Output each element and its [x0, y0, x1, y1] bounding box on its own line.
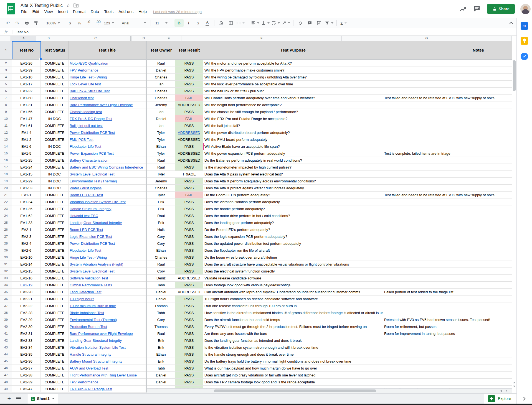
column-header-C[interactable]: C [61, 36, 130, 41]
cell-F12[interactable]: Will the power distribution board perfor… [203, 129, 383, 136]
cell-D8[interactable]: Jeremy [147, 101, 175, 108]
cell-B46[interactable]: COMPLETE [41, 365, 69, 372]
cell-G8[interactable] [383, 101, 512, 108]
cell-D25[interactable]: Erik [147, 219, 175, 226]
cell-G37[interactable] [383, 302, 512, 309]
cell-B24[interactable]: COMPLETE [41, 212, 69, 219]
cell-E5[interactable]: PASS [175, 81, 203, 88]
row-header-29[interactable]: 29 [0, 247, 12, 254]
cell-B44[interactable]: COMPLETE [41, 351, 69, 358]
cell-C15[interactable]: Power Expansion PCB Test [69, 150, 146, 157]
cell-B31[interactable]: COMPLETE [41, 261, 69, 268]
cell-E12[interactable]: ADDRESSED [175, 129, 203, 136]
cell-B34[interactable]: COMPLETE [41, 282, 69, 289]
row-header-13[interactable]: 13 [0, 136, 12, 143]
cell-C30[interactable]: Hinge Life Test - Wiring [69, 254, 146, 261]
row-header-12[interactable]: 12 [0, 129, 12, 136]
cell-D26[interactable]: Hulk [147, 226, 175, 233]
sheets-logo-icon[interactable] [7, 3, 15, 14]
cell-D22[interactable]: Erik [147, 198, 175, 205]
cell-D7[interactable]: Charles [147, 95, 175, 101]
cell-C8[interactable]: Baro Performance over Flight Envelope [69, 101, 146, 108]
cell-G22[interactable] [383, 198, 512, 205]
cell-D35[interactable]: Daniel [147, 289, 175, 296]
cell-G38[interactable] [383, 309, 512, 316]
cell-C11[interactable]: Ball joint pull out test [69, 122, 146, 129]
cell-B33[interactable]: COMPLETE [41, 275, 69, 282]
cell-A4[interactable]: EV1-10 [12, 74, 41, 81]
horizontal-scrollbar[interactable] [147, 388, 512, 393]
cell-E20[interactable]: PASS [175, 185, 203, 192]
cell-D4[interactable]: Charles [147, 74, 175, 81]
cell-E13[interactable]: ADDRESSED [175, 136, 203, 143]
avatar[interactable] [520, 4, 531, 14]
cell-G7[interactable]: Test failed and needs to be retested at … [383, 95, 512, 101]
cell-E40[interactable]: PASS [175, 323, 203, 330]
cell-E29[interactable]: PASS [175, 247, 203, 254]
cell-D27[interactable]: Cory [147, 233, 175, 240]
cell-D47[interactable]: Daniel [147, 372, 175, 379]
cell-G40[interactable]: Room for refinement, but passes [383, 323, 512, 330]
cell-F47[interactable]: Does aircraft get into crazy vibrations … [203, 372, 383, 379]
cell-A10[interactable]: EV1-47 [12, 115, 41, 122]
cell-D39[interactable]: Cory [147, 316, 175, 323]
cell-B27[interactable]: COMPLETE [41, 233, 69, 240]
row-header-22[interactable]: 22 [0, 198, 12, 205]
redo-button[interactable]: ↷ [13, 19, 22, 27]
cell-A29[interactable]: EV2-6 [12, 247, 41, 254]
row-header-17[interactable]: 17 [0, 164, 12, 171]
cell-E7[interactable]: FAIL [175, 95, 203, 101]
cell-E1[interactable]: Test Result [175, 41, 203, 59]
explore-button[interactable]: Explore [484, 394, 516, 404]
row-header-15[interactable]: 15 [0, 150, 12, 157]
cell-D16[interactable]: Raul [147, 157, 175, 164]
cell-C48[interactable]: FPV Performance [69, 379, 146, 386]
cell-F24[interactable]: Does the motor drive perform in hot / co… [203, 212, 383, 219]
cell-D28[interactable]: Cory [147, 240, 175, 247]
cell-B11[interactable]: COMPLETE [41, 122, 69, 129]
print-button[interactable] [22, 19, 31, 27]
cell-A16[interactable]: EV1-25 [12, 157, 41, 164]
row-header-18[interactable]: 18 [0, 171, 12, 178]
borders-button[interactable] [226, 19, 235, 27]
bold-button[interactable]: B [174, 19, 184, 27]
cell-B41[interactable]: COMPLETE [41, 330, 69, 337]
cell-F10[interactable]: Will the FRX Pro and Futaba Range be acc… [203, 115, 383, 122]
font-select[interactable]: Arial [120, 19, 148, 27]
cell-B47[interactable]: COMPLETE [41, 372, 69, 379]
row-header-46[interactable]: 46 [0, 365, 12, 372]
cell-E3[interactable]: PASS [175, 67, 203, 74]
increase-decimal-button[interactable]: .00→ [94, 19, 103, 27]
cell-B37[interactable]: COMPLETE [41, 302, 69, 309]
menu-format[interactable]: Format [70, 9, 88, 15]
cell-D42[interactable]: Erik [147, 337, 175, 344]
cell-C18[interactable]: System Level Electrical Test [69, 171, 146, 178]
cell-C10[interactable]: FRX Pro & RC Range Test [69, 115, 146, 122]
cell-E9[interactable]: PASS [175, 108, 203, 115]
vertical-scrollbar-thumb[interactable] [513, 60, 516, 91]
cell-E41[interactable]: PASS [175, 330, 203, 337]
row-header-49[interactable]: 49 [0, 386, 12, 393]
cell-F35[interactable]: Can aircraft autoland with Mpro and skyv… [203, 289, 383, 296]
cell-B48[interactable]: COMPLETE [41, 379, 69, 386]
cell-F26[interactable]: Do the Boom LED's perform adequately? [203, 226, 383, 233]
cell-A21[interactable]: EV1-1 [12, 192, 41, 198]
cell-B23[interactable]: COMPLETE [41, 205, 69, 212]
cell-G24[interactable] [383, 212, 512, 219]
cell-G3[interactable] [383, 67, 512, 74]
merge-cells-button[interactable] [235, 19, 245, 27]
cell-A12[interactable]: EV1-4 [12, 129, 41, 136]
cell-D34[interactable]: Tabb [147, 282, 175, 289]
cell-C9[interactable]: Chassis loading test [69, 108, 146, 115]
cell-E23[interactable]: PASS [175, 205, 203, 212]
cell-D13[interactable]: Tyler [147, 136, 175, 143]
cell-B3[interactable]: COMPLETE [41, 67, 69, 74]
cell-F46[interactable]: What is our max payload and how much mar… [203, 365, 383, 372]
row-header-3[interactable]: 3 [0, 67, 12, 74]
cell-E10[interactable]: FAIL [175, 115, 203, 122]
cell-C23[interactable]: Handle Structural Integrity [69, 205, 146, 212]
row-header-40[interactable]: 40 [0, 323, 12, 330]
cell-B1[interactable]: Test Status [41, 41, 69, 59]
insert-chart-button[interactable] [315, 19, 324, 27]
cell-E6[interactable]: PASS [175, 88, 203, 95]
